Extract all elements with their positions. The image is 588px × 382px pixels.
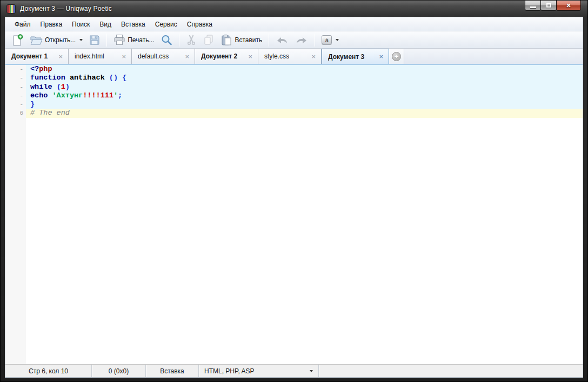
- gutter-cell-3: -: [5, 83, 26, 91]
- code-area[interactable]: <?phpfunction antihack () {while (1)echo…: [26, 65, 583, 364]
- gutter-cell-5: -: [5, 100, 26, 109]
- print-button[interactable]: Печать...: [111, 32, 157, 47]
- gutter-cell-1: -: [5, 65, 26, 74]
- code-segment-bracket: (): [109, 74, 118, 82]
- gutter: -----6: [5, 65, 26, 364]
- menu-item-3[interactable]: Поиск: [67, 19, 95, 30]
- menu-item-6[interactable]: Сервис: [150, 19, 182, 30]
- copy-button[interactable]: [201, 32, 217, 47]
- open-dropdown-arrow-icon[interactable]: [79, 39, 83, 41]
- code-segment-keyword: while: [30, 83, 52, 91]
- tab-label: Документ 3: [328, 53, 377, 61]
- tab-1[interactable]: Документ 1×: [5, 49, 69, 64]
- new-tab-plus-icon: +: [392, 52, 401, 61]
- code-segment-tag: <?: [30, 65, 39, 73]
- close-icon: ✕: [566, 3, 571, 9]
- gutter-cell-6: 6: [5, 109, 26, 117]
- tab-6[interactable]: Документ 3×: [322, 49, 389, 64]
- menu-item-4[interactable]: Вид: [95, 19, 116, 30]
- new-document-button[interactable]: [9, 32, 26, 48]
- encoding-dropdown-arrow-icon[interactable]: [336, 39, 339, 41]
- search-icon: [161, 34, 172, 46]
- open-button[interactable]: Открыть...: [27, 33, 85, 47]
- maximize-icon: [546, 3, 551, 8]
- toolbar: Открыть...: [5, 31, 583, 49]
- code-segment-string: ': [113, 91, 118, 100]
- code-segment-identifier: antihack: [70, 74, 105, 82]
- tab-label: default.css: [138, 52, 183, 60]
- paste-button[interactable]: Вставить: [218, 32, 265, 48]
- status-filler: [319, 365, 583, 377]
- code-segment-number: !!!!111: [83, 91, 113, 100]
- encoding-button[interactable]: à: [319, 34, 342, 46]
- code-line-1[interactable]: <?php: [26, 65, 583, 74]
- code-segment-keyword: echo: [30, 91, 48, 100]
- status-char-code: 0 (0x0): [92, 365, 146, 377]
- tab-close-icon[interactable]: ×: [246, 52, 254, 61]
- status-insert-mode: Вставка: [146, 365, 199, 377]
- code-line-4[interactable]: echo 'Ахтунг!!!!111';: [26, 91, 583, 100]
- save-button[interactable]: [86, 33, 103, 47]
- close-button[interactable]: ✕: [556, 1, 581, 11]
- print-icon: [113, 34, 125, 45]
- code-segment-plain: [52, 83, 57, 91]
- status-bar: Стр 6, кол 10 0 (0x0) Вставка HTML, PHP,…: [5, 364, 583, 377]
- tab-close-icon[interactable]: ×: [310, 52, 317, 61]
- menu-item-5[interactable]: Вставка: [116, 19, 150, 30]
- tab-label: style.css: [264, 52, 310, 60]
- code-line-5[interactable]: }: [26, 100, 583, 109]
- code-segment-plain: [48, 91, 52, 100]
- redo-button[interactable]: [292, 34, 311, 46]
- client-area: ФайлПравкаПоискВидВставкаСервисСправка: [5, 17, 583, 378]
- tab-close-icon[interactable]: ×: [57, 52, 64, 61]
- minimize-button[interactable]: [525, 1, 541, 11]
- tab-close-icon[interactable]: ×: [120, 52, 128, 61]
- menu-bar: ФайлПравкаПоискВидВставкаСервисСправка: [5, 17, 583, 31]
- syntax-dropdown-arrow-icon: [310, 370, 313, 372]
- new-tab-button[interactable]: +: [389, 49, 404, 64]
- code-segment-phptag: php: [39, 65, 52, 73]
- tab-3[interactable]: default.css×: [132, 49, 195, 64]
- search-button[interactable]: [158, 32, 175, 48]
- title-bar[interactable]: Документ 3 — Uniqway Poetic: [1, 1, 587, 17]
- new-document-icon: [11, 34, 23, 46]
- code-line-2[interactable]: function antihack () {: [26, 74, 583, 82]
- tab-close-icon[interactable]: ×: [183, 52, 191, 61]
- toolbar-separator: [269, 34, 269, 47]
- code-line-3[interactable]: while (1): [26, 83, 583, 91]
- menu-item-1[interactable]: Файл: [10, 19, 36, 30]
- code-segment-bracket: }: [30, 100, 35, 108]
- tab-2[interactable]: index.html×: [69, 49, 132, 64]
- tab-4[interactable]: Документ 2×: [195, 49, 258, 64]
- paste-button-label: Вставить: [235, 36, 262, 44]
- tab-5[interactable]: style.css×: [258, 49, 322, 64]
- code-line-6[interactable]: # The end: [26, 109, 583, 117]
- tab-label: index.html: [75, 52, 120, 60]
- tab-close-icon[interactable]: ×: [377, 52, 385, 61]
- menu-item-7[interactable]: Справка: [182, 19, 217, 30]
- menu-item-2[interactable]: Правка: [36, 19, 68, 30]
- status-syntax-label: HTML, PHP, ASP: [204, 367, 254, 375]
- status-cursor-position: Стр 6, кол 10: [5, 365, 92, 377]
- paste-clipboard-icon: [220, 34, 232, 46]
- undo-icon: [276, 36, 289, 44]
- maximize-button[interactable]: [540, 1, 557, 11]
- code-segment-bracket: (: [57, 83, 61, 91]
- editor[interactable]: -----6 <?phpfunction antihack () {while …: [5, 64, 583, 364]
- open-button-label: Открыть...: [45, 36, 76, 44]
- gutter-cell-2: -: [5, 74, 26, 82]
- app-icon[interactable]: [6, 4, 16, 14]
- undo-button[interactable]: [273, 34, 291, 46]
- tab-label: Документ 1: [11, 52, 57, 60]
- status-syntax-dropdown[interactable]: HTML, PHP, ASP: [199, 365, 319, 377]
- code-segment-plain: [65, 74, 70, 82]
- cut-button[interactable]: [183, 32, 199, 47]
- copy-icon: [203, 34, 214, 45]
- app-window: Документ 3 — Uniqway Poetic ✕ ФайлПравка…: [0, 0, 588, 382]
- code-segment-number: 1: [61, 83, 65, 91]
- code-segment-keyword: function: [30, 74, 65, 82]
- save-icon: [89, 35, 100, 45]
- code-segment-plain: [118, 74, 122, 82]
- code-segment-bracket: ): [65, 83, 70, 91]
- code-segment-comment: # The end: [30, 109, 70, 117]
